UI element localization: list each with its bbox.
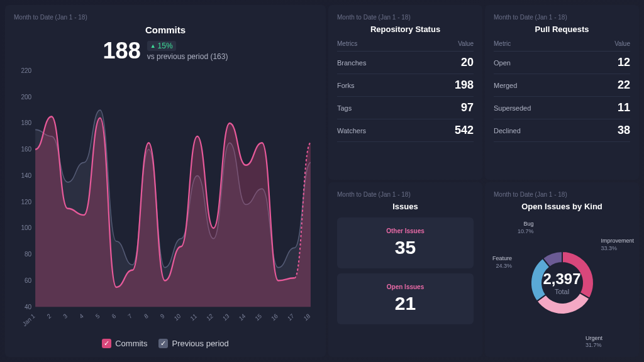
table-row[interactable]: Branches20 [337,52,474,74]
period-label: Month to Date (Jan 1 - 18) [337,14,474,21]
commits-kpi: Commits 188 15% vs previous period (163) [14,25,317,64]
svg-text:12: 12 [205,312,214,322]
donut-chart: 2,397 Total Bug 10.7% Improvement 33.3% … [494,217,630,348]
slice-label-feature: Feature 24.3% [492,255,512,270]
chart-legend: ✓ Commits ✓ Previous period [14,339,317,348]
svg-text:80: 80 [25,250,31,258]
col-metric: Metric [494,40,511,47]
svg-text:200: 200 [21,92,31,101]
svg-text:60: 60 [25,276,31,284]
svg-text:6: 6 [111,312,118,320]
svg-text:7: 7 [126,312,133,320]
row-value: 198 [455,79,474,92]
row-label: Branches [337,59,366,67]
svg-text:8: 8 [143,312,150,320]
period-label: Month to Date (Jan 1 - 18) [14,14,317,21]
col-value: Value [614,40,630,47]
svg-text:3: 3 [62,312,69,320]
table-row[interactable]: Declined38 [494,119,630,142]
table-row[interactable]: Forks198 [337,74,474,97]
svg-text:4: 4 [78,312,85,320]
commits-title: Commits [14,25,317,35]
svg-text:160: 160 [21,145,31,153]
svg-text:17: 17 [286,312,295,322]
commits-value: 188 [103,38,141,64]
commits-delta: 15% [147,41,176,51]
other-issues-box[interactable]: Other Issues 35 [337,217,474,268]
svg-text:11: 11 [189,312,198,322]
svg-text:9: 9 [159,312,166,320]
svg-text:15: 15 [254,312,263,322]
row-value: 542 [455,124,474,137]
row-label: Watchers [337,127,366,134]
svg-text:16: 16 [270,312,279,322]
col-value: Value [458,40,474,47]
issue-value: 21 [347,293,464,314]
issue-label: Open Issues [347,283,464,290]
legend-commits[interactable]: ✓ Commits [102,339,147,348]
checkbox-icon: ✓ [102,339,111,348]
donut-label: Total [543,288,580,295]
table-row[interactable]: Watchers542 [337,119,474,142]
svg-text:13: 13 [221,312,230,322]
open-issues-box[interactable]: Open Issues 21 [337,273,474,324]
svg-text:2: 2 [46,312,53,320]
row-value: 20 [461,56,474,69]
row-label: Declined [494,127,521,134]
svg-text:180: 180 [21,119,31,127]
issue-label: Other Issues [347,228,464,234]
svg-text:18: 18 [303,312,311,322]
legend-label: Previous period [172,339,228,348]
panel-title: Issues [337,202,474,211]
row-value: 38 [618,124,630,137]
issue-value: 35 [347,237,464,258]
donut-center: 2,397 Total [543,270,580,295]
svg-text:10: 10 [173,312,182,322]
svg-text:140: 140 [21,171,31,179]
svg-text:5: 5 [94,312,101,320]
pull-requests-panel: Month to Date (Jan 1 - 18) Pull Requests… [485,5,639,180]
open-issues-kind-panel: Month to Date (Jan 1 - 18) Open Issues b… [485,182,639,357]
legend-label: Commits [115,339,147,348]
table-header: Metrics Value [337,40,474,52]
slice-label-improvement: Improvement 33.3% [601,238,634,252]
period-label: Month to Date (Jan 1 - 18) [494,191,630,198]
commits-panel: Month to Date (Jan 1 - 18) Commits 188 1… [5,5,326,357]
table-row[interactable]: Merged22 [494,74,630,97]
table-row[interactable]: Superseded11 [494,97,630,119]
row-label: Superseded [494,104,531,112]
row-value: 12 [618,56,630,69]
issues-panel: Month to Date (Jan 1 - 18) Issues Other … [328,182,482,357]
slice-label-bug: Bug 10.7% [518,221,534,235]
svg-text:40: 40 [25,302,31,310]
row-label: Merged [494,82,517,89]
svg-text:14: 14 [238,312,247,322]
table-header: Metric Value [494,40,630,52]
panel-title: Pull Requests [494,25,630,34]
panel-title: Repository Status [337,25,474,34]
donut-total: 2,397 [543,270,580,288]
svg-text:220: 220 [21,68,31,74]
row-label: Tags [337,104,352,112]
col-metric: Metrics [337,40,357,47]
repo-status-panel: Month to Date (Jan 1 - 18) Repository St… [328,5,482,180]
svg-text:100: 100 [21,224,31,232]
commits-subtitle: vs previous period (163) [147,52,228,61]
svg-text:Jan 1: Jan 1 [21,312,36,328]
checkbox-icon: ✓ [158,339,168,348]
row-value: 22 [618,79,630,92]
table-row[interactable]: Tags97 [337,97,474,119]
slice-label-urgent: Urgent 31.7% [586,335,602,349]
row-value: 11 [618,101,630,114]
table-row[interactable]: Open12 [494,52,630,74]
row-label: Open [494,59,511,67]
commits-chart: 406080100120140160180200220Jan 123456789… [14,68,317,335]
row-value: 97 [461,101,474,114]
row-label: Forks [337,82,355,89]
svg-text:120: 120 [21,197,31,206]
legend-previous[interactable]: ✓ Previous period [158,339,228,348]
panel-title: Open Issues by Kind [494,202,630,211]
period-label: Month to Date (Jan 1 - 18) [337,191,474,198]
period-label: Month to Date (Jan 1 - 18) [494,14,630,21]
